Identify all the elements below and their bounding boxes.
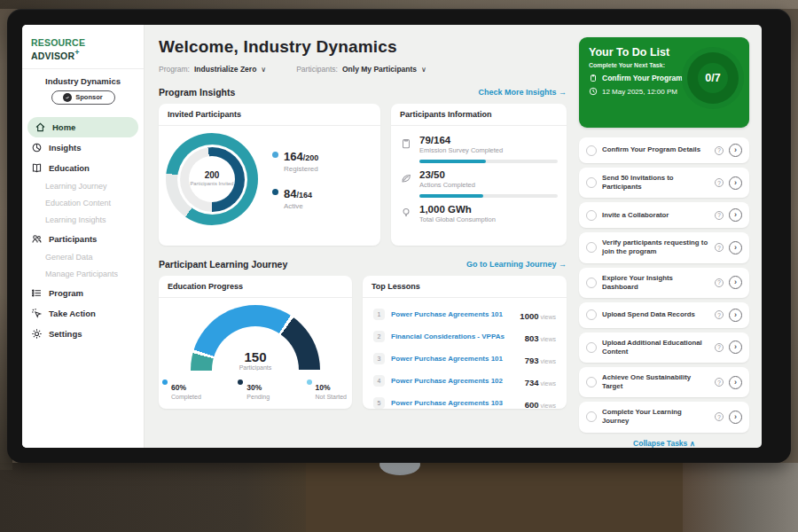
- help-icon[interactable]: ?: [715, 211, 724, 220]
- learning-journey-header: Participant Learning Journey Go to Learn…: [159, 259, 567, 270]
- task-verify-participants[interactable]: Verify participants requesting to join t…: [579, 232, 749, 262]
- task-checkbox[interactable]: [586, 342, 597, 353]
- chevron-right-icon[interactable]: ›: [729, 411, 742, 424]
- todo-progress-ring: 0/7: [687, 52, 739, 104]
- task-confirm-program[interactable]: Confirm Your Program Details ? ›: [579, 137, 749, 163]
- sidebar-item-take-action[interactable]: Take Action: [22, 303, 144, 324]
- sidebar-item-settings[interactable]: Settings: [22, 324, 144, 344]
- monitor-bezel: RESOURCE ADVISOR+ Industry Dynamics Spon…: [7, 9, 791, 463]
- help-icon[interactable]: ?: [715, 412, 724, 421]
- task-upload-educational-content[interactable]: Upload Additional Educational Content ? …: [579, 332, 749, 363]
- task-checkbox[interactable]: [586, 411, 597, 422]
- sidebar-item-participants[interactable]: Participants: [22, 229, 144, 249]
- card-title: Invited Participants: [159, 104, 380, 126]
- collapse-tasks-link[interactable]: Collapse Tasks ∧: [579, 439, 749, 448]
- active-value: 84: [284, 187, 296, 200]
- registered-value: 164: [284, 150, 303, 163]
- help-icon[interactable]: ?: [715, 378, 724, 387]
- sidebar-item-insights[interactable]: Insights: [22, 137, 144, 158]
- help-icon[interactable]: ?: [715, 310, 724, 319]
- chevron-right-icon[interactable]: ›: [729, 376, 742, 389]
- invited-legend: 164/200 Registered 84/164 Active: [272, 148, 318, 210]
- participants-select[interactable]: Participants: Only My Participants ∨: [296, 65, 426, 74]
- scene: RESOURCE ADVISOR+ Industry Dynamics Spon…: [0, 0, 798, 532]
- check-more-insights-link[interactable]: Check More Insights →: [478, 88, 567, 97]
- chevron-right-icon[interactable]: ›: [729, 208, 742, 222]
- card-title: Participants Information: [391, 104, 567, 126]
- task-send-invitations[interactable]: Send 50 Invitations to Participants ? ›: [579, 168, 749, 198]
- gauge-center-label: Participants: [191, 364, 320, 371]
- task-achieve-target[interactable]: Achieve One Sustainability Target ? ›: [579, 367, 749, 397]
- page-title: Welcome, Industry Dynamics: [159, 37, 567, 57]
- task-complete-learning-journey[interactable]: Complete Your Learning Journey ? ›: [579, 402, 749, 432]
- pending-dot: [238, 379, 243, 385]
- sidebar-item-learning-journey[interactable]: Learning Journey: [22, 178, 144, 195]
- lesson-rank: 4: [373, 375, 385, 387]
- task-invite-collaborator[interactable]: Invite a Collaborator ? ›: [579, 202, 749, 228]
- lesson-link[interactable]: Power Purchase Agreements 103: [391, 399, 519, 407]
- task-checkbox[interactable]: [586, 145, 597, 156]
- sidebar-item-program[interactable]: Program: [22, 283, 144, 303]
- participants-value: Only My Participants: [342, 65, 417, 74]
- todo-summary-card: Your To Do List Complete Your Next Task:…: [579, 37, 749, 128]
- donut-center-value: 200: [205, 170, 220, 180]
- lesson-row: 3 Power Purchase Agreements 101 793views: [372, 348, 558, 370]
- chevron-right-icon[interactable]: ›: [729, 176, 742, 190]
- sidebar-item-learning-insights[interactable]: Learning Insights: [22, 212, 144, 229]
- list-icon: [31, 287, 43, 299]
- sidebar-item-label: Manage Participants: [45, 270, 118, 278]
- active-dot: [272, 189, 278, 195]
- chevron-right-icon[interactable]: ›: [729, 144, 742, 157]
- sidebar-item-label: Program: [49, 288, 83, 298]
- lesson-link[interactable]: Power Purchase Agreements 101: [391, 355, 519, 363]
- lesson-row: 2 Financial Considerations - VPPAs 803vi…: [372, 325, 558, 348]
- stat-consumption: 1,000 GWh Total Global Consumption: [400, 204, 558, 223]
- task-checkbox[interactable]: [586, 210, 597, 221]
- help-icon[interactable]: ?: [715, 343, 724, 352]
- filter-bar: Program: Industrialize Zero ∨ Participan…: [159, 65, 567, 74]
- account-name: Industry Dynamics: [27, 76, 138, 86]
- actions-progress-bar: [419, 194, 558, 198]
- task-checkbox[interactable]: [586, 242, 597, 253]
- chevron-right-icon[interactable]: ›: [729, 276, 742, 289]
- chevron-right-icon[interactable]: ›: [729, 241, 742, 254]
- not-started-dot: [307, 379, 312, 385]
- help-icon[interactable]: ?: [715, 146, 724, 155]
- clipboard-icon: [589, 74, 598, 82]
- sidebar-item-general-data[interactable]: General Data: [22, 249, 144, 266]
- program-select[interactable]: Program: Industrialize Zero ∨: [159, 65, 266, 74]
- todo-progress-value: 0/7: [705, 72, 720, 84]
- help-icon[interactable]: ?: [715, 278, 724, 287]
- chevron-right-icon[interactable]: ›: [729, 309, 742, 322]
- logo-secondary: ADVISOR: [31, 51, 74, 61]
- lesson-link[interactable]: Financial Considerations - VPPAs: [391, 332, 519, 340]
- top-lessons-card: Top Lessons 1 Power Purchase Agreements …: [363, 276, 567, 409]
- go-to-learning-journey-link[interactable]: Go to Learning Journey →: [466, 260, 567, 269]
- task-checkbox[interactable]: [586, 177, 597, 188]
- task-checkbox[interactable]: [586, 278, 597, 288]
- lesson-rank: 5: [373, 397, 385, 409]
- arrow-right-icon: →: [559, 88, 567, 97]
- sidebar-item-education-content[interactable]: Education Content: [22, 195, 144, 212]
- chevron-down-icon: ∨: [261, 66, 266, 74]
- task-explore-insights[interactable]: Explore Your Insights Dashboard ? ›: [579, 268, 749, 298]
- sponsor-badge[interactable]: Sponsor: [51, 90, 115, 105]
- lesson-link[interactable]: Power Purchase Agreements 101: [391, 310, 513, 318]
- sidebar-item-home[interactable]: Home: [27, 117, 138, 137]
- sidebar-nav: Home Insights Education Learning Journey: [22, 117, 144, 344]
- arrow-right-icon: →: [559, 260, 567, 269]
- sidebar-item-manage-participants[interactable]: Manage Participants: [22, 266, 144, 283]
- lesson-row: 4 Power Purchase Agreements 102 734views: [372, 370, 558, 392]
- help-icon[interactable]: ?: [715, 243, 724, 252]
- task-upload-spend-data[interactable]: Upload Spend Data Records ? ›: [579, 302, 749, 328]
- book-icon: [31, 162, 43, 174]
- gauge-center-value: 150: [191, 349, 320, 364]
- sidebar-item-education[interactable]: Education: [22, 158, 144, 178]
- lesson-link[interactable]: Power Purchase Agreements 102: [391, 377, 519, 385]
- task-checkbox[interactable]: [586, 377, 597, 387]
- invited-donut-chart: 200 Participants Invited: [166, 133, 258, 225]
- chevron-right-icon[interactable]: ›: [729, 340, 742, 354]
- help-icon[interactable]: ?: [715, 178, 724, 187]
- task-checkbox[interactable]: [586, 309, 597, 320]
- journey-cards-row: Education Progress 150 Participants: [159, 276, 567, 409]
